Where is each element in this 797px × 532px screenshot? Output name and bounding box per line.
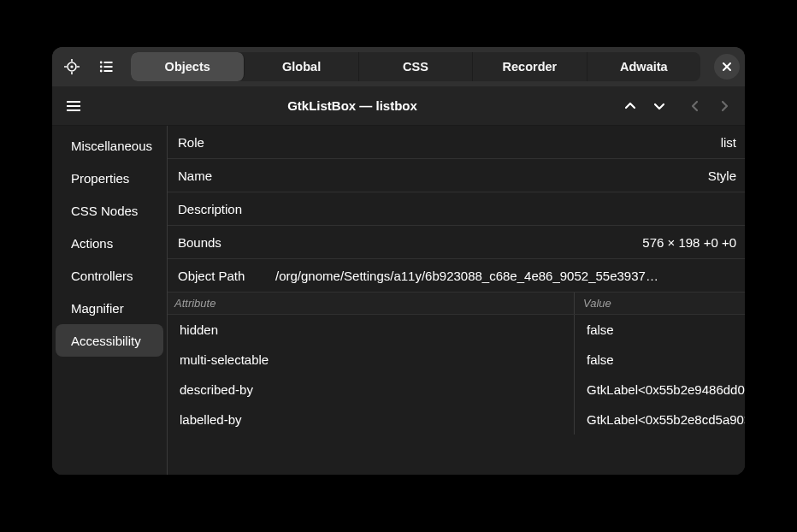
- prop-row: Role list: [168, 126, 745, 159]
- sidebar-item-label: Controllers: [71, 269, 133, 283]
- tab-label: Adwaita: [620, 60, 668, 74]
- tab-label: Recorder: [503, 60, 558, 74]
- cell-attribute: described-by: [168, 375, 575, 405]
- list-icon: [99, 60, 113, 74]
- tab-label: Objects: [165, 60, 210, 74]
- table-row[interactable]: multi-selectable false: [168, 345, 745, 375]
- nav-down-button[interactable]: [646, 92, 673, 120]
- svg-rect-10: [104, 66, 113, 68]
- column-header-attribute[interactable]: Attribute: [168, 293, 575, 314]
- sidebar-item-miscellaneous[interactable]: Miscellaneous: [56, 129, 163, 162]
- prop-value: 576 × 198 +0 +0: [275, 235, 736, 250]
- accessibility-properties: Role list Name Style Description Bounds …: [168, 126, 745, 293]
- close-icon: [722, 62, 732, 72]
- prop-row: Bounds 576 × 198 +0 +0: [168, 226, 745, 259]
- view-switcher: Objects Global CSS Recorder Adwaita: [131, 52, 700, 81]
- tab-objects[interactable]: Objects: [131, 52, 245, 81]
- sidebar-item-css-nodes[interactable]: CSS Nodes: [56, 194, 163, 227]
- attributes-body: hidden false multi-selectable false desc…: [168, 315, 745, 434]
- nav-prev-button[interactable]: [682, 92, 709, 120]
- prop-row: Object Path /org/gnome/Settings/a11y/6b9…: [168, 259, 745, 293]
- sidebar-item-controllers[interactable]: Controllers: [56, 259, 163, 292]
- sidebar-item-actions[interactable]: Actions: [56, 227, 163, 259]
- svg-rect-11: [104, 70, 113, 72]
- chevron-up-icon: [623, 99, 637, 113]
- nav-next-button[interactable]: [711, 92, 738, 120]
- tree-toggle-button[interactable]: [92, 52, 121, 81]
- sidebar-item-label: Miscellaneous: [71, 139, 152, 153]
- cell-attribute: hidden: [168, 315, 575, 345]
- prop-row: Description: [168, 192, 745, 226]
- tab-recorder[interactable]: Recorder: [473, 52, 587, 81]
- nav-up-down: [617, 92, 673, 120]
- prop-key: Name: [178, 168, 275, 183]
- svg-rect-15: [67, 105, 80, 107]
- column-header-value[interactable]: Value: [575, 293, 745, 314]
- hamburger-icon: [67, 100, 80, 112]
- chevron-left-icon: [688, 99, 702, 113]
- cell-value: GtkLabel<0x55b2e8cd5a90>: [575, 405, 745, 434]
- chevron-right-icon: [717, 99, 731, 113]
- object-header-bar: GtkListBox — listbox: [52, 86, 745, 126]
- prop-key: Bounds: [178, 235, 275, 250]
- cell-value: false: [575, 345, 745, 375]
- nav-prev-next: [682, 92, 738, 120]
- table-row[interactable]: labelled-by GtkLabel<0x55b2e8cd5a90>: [168, 405, 745, 434]
- menu-button[interactable]: [59, 92, 88, 121]
- object-title: GtkListBox — listbox: [88, 98, 617, 113]
- tab-global[interactable]: Global: [245, 52, 358, 81]
- attributes-header: Attribute Value: [168, 293, 745, 315]
- body: Miscellaneous Properties CSS Nodes Actio…: [52, 126, 745, 475]
- cell-value: false: [575, 315, 745, 345]
- tab-label: CSS: [403, 60, 428, 74]
- sidebar-item-label: Actions: [71, 236, 113, 251]
- prop-value: list: [275, 135, 736, 150]
- svg-point-7: [100, 66, 103, 68]
- crosshair-icon: [64, 59, 80, 74]
- primary-toolbar: Objects Global CSS Recorder Adwaita: [52, 47, 745, 86]
- cell-attribute: multi-selectable: [168, 345, 575, 375]
- cell-attribute: labelled-by: [168, 405, 575, 434]
- svg-point-1: [70, 65, 73, 68]
- table-row[interactable]: described-by GtkLabel<0x55b2e9486dd0>: [168, 375, 745, 405]
- tab-css[interactable]: CSS: [359, 52, 473, 81]
- tab-adwaita[interactable]: Adwaita: [587, 52, 700, 81]
- target-picker-button[interactable]: [57, 52, 86, 81]
- prop-key: Object Path: [178, 269, 275, 283]
- chevron-down-icon: [652, 99, 666, 113]
- prop-row: Name Style: [168, 159, 745, 192]
- prop-key: Description: [178, 202, 275, 216]
- sidebar-item-label: Properties: [71, 171, 129, 186]
- nav-up-button[interactable]: [617, 92, 644, 120]
- sidebar-item-label: Accessibility: [71, 334, 141, 348]
- sidebar-item-magnifier[interactable]: Magnifier: [56, 292, 163, 324]
- cell-value: GtkLabel<0x55b2e9486dd0>: [575, 375, 745, 405]
- attributes-table: Attribute Value hidden false multi-selec…: [168, 293, 745, 475]
- svg-rect-16: [67, 109, 80, 111]
- svg-point-8: [100, 70, 103, 73]
- inspector-window: Objects Global CSS Recorder Adwaita GtkL…: [52, 47, 745, 475]
- sidebar-item-label: Magnifier: [71, 301, 124, 316]
- main-panel: Role list Name Style Description Bounds …: [167, 126, 745, 475]
- close-button[interactable]: [714, 54, 740, 80]
- prop-value: /org/gnome/Settings/a11y/6b923088_c68e_4…: [275, 269, 736, 283]
- prop-value: Style: [275, 168, 736, 183]
- sidebar-item-properties[interactable]: Properties: [56, 162, 163, 194]
- table-row[interactable]: hidden false: [168, 315, 745, 345]
- svg-point-6: [100, 62, 103, 64]
- svg-rect-9: [104, 62, 113, 63]
- prop-key: Role: [178, 135, 275, 150]
- sidebar-item-accessibility[interactable]: Accessibility: [56, 324, 163, 357]
- svg-rect-14: [67, 101, 80, 103]
- tab-label: Global: [282, 60, 321, 74]
- sidebar: Miscellaneous Properties CSS Nodes Actio…: [52, 126, 167, 475]
- sidebar-item-label: CSS Nodes: [71, 204, 138, 218]
